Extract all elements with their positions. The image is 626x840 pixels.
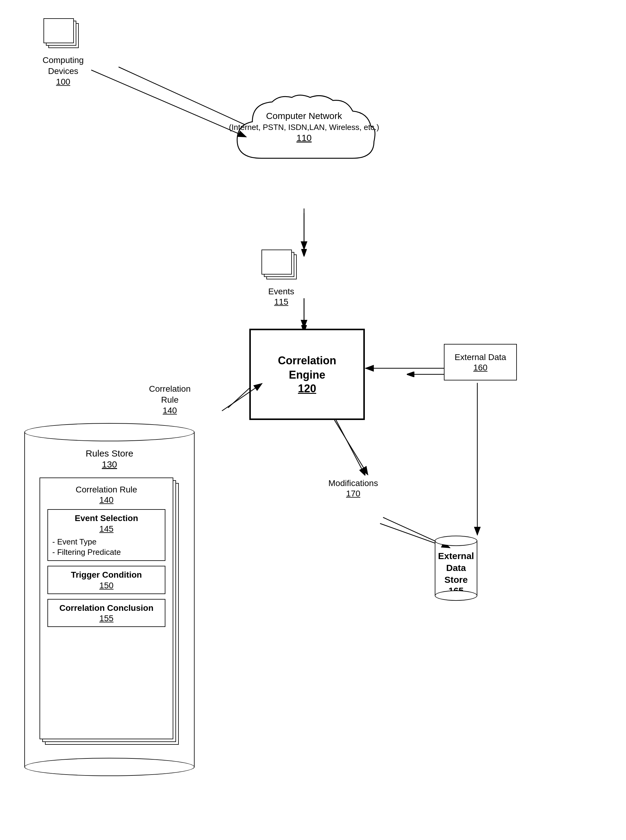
external-data-number: 160 [473,363,488,372]
computing-devices-node: Computing Devices 100 [42,18,84,87]
external-data-label: External Data [454,352,506,363]
event-type-bullet: - Event Type [52,537,161,547]
event-selection-number: 145 [52,524,161,534]
external-data-store-cylinder: External Data Store 165 [435,535,477,601]
external-data-box: External Data 160 [444,344,517,380]
external-data-store-label: External Data Store [435,550,477,586]
event-selection-label: Event Selection [52,513,161,524]
computer-network-node: Computer Network (Internet, PSTN, ISDN,L… [176,91,432,176]
correlation-engine-label: Correlation Engine [258,354,356,382]
trigger-condition-section: Trigger Condition 150 [47,566,165,594]
computing-devices-label: Computing Devices 100 [42,55,84,87]
trigger-condition-label: Trigger Condition [52,570,161,580]
events-label: Events 115 [268,286,294,307]
correlation-conclusion-number: 155 [52,614,161,623]
svg-line-15 [335,420,368,475]
correlation-engine-number: 120 [298,382,316,395]
events-node: Events 115 [261,250,301,307]
stacked-pages-icon [44,18,83,52]
trigger-condition-number: 150 [52,581,161,590]
events-pages-icon [261,250,301,283]
rules-store-cylinder: Rules Store 130 Correlation Rule [24,423,194,776]
correlation-rule-arrow-label: CorrelationRule 140 [149,383,191,415]
modifications-label: Modifications 170 [329,478,378,499]
svg-line-7 [335,417,365,475]
filtering-predicate-bullet: - Filtering Predicate [52,547,161,557]
correlation-conclusion-label: Correlation Conclusion [52,603,161,614]
correlation-rule-inner-label: Correlation Rule 140 [45,484,168,505]
event-selection-section: Event Selection 145 - Event Type - Filte… [47,509,165,561]
computer-network-label: Computer Network (Internet, PSTN, ISDN,L… [176,110,432,143]
rules-store-label: Rules Store 130 [86,447,133,469]
correlation-conclusion-section: Correlation Conclusion 155 [47,599,165,627]
correlation-engine-box: Correlation Engine 120 [249,329,365,420]
